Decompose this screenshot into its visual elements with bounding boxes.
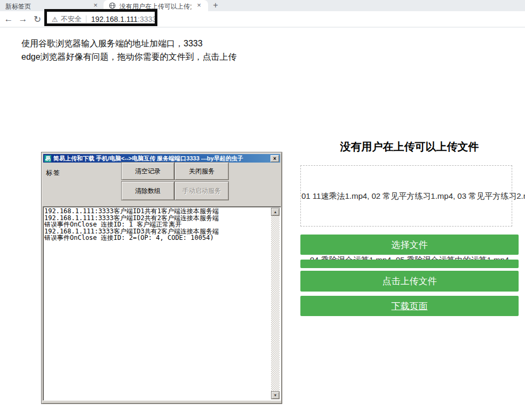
scroll-down-icon[interactable]: ▼ <box>271 391 280 399</box>
close-icon[interactable]: × <box>195 2 203 9</box>
window-title: 简易上传和下载 手机/电脑<-->电脑互传 服务端端口3333 ---by早起的… <box>53 155 271 163</box>
scroll-up-icon[interactable]: ▲ <box>271 208 280 216</box>
start-service-label: 手动启动服务 <box>182 187 221 196</box>
stop-service-label: 关闭服务 <box>189 167 214 176</box>
tag-label: 标签 <box>46 168 61 177</box>
window-titlebar[interactable]: 易 简易上传和下载 手机/电脑<-->电脑互传 服务端端口3333 ---by早… <box>43 154 280 163</box>
tab-title: 新标签页 <box>5 2 31 11</box>
choose-file-label: 选择文件 <box>392 239 428 251</box>
file-drop-zone[interactable]: 01 11速乘法1.mp4, 02 常见平方练习1.mp4, 03 常见平方练习… <box>300 165 512 227</box>
upload-file-button[interactable]: 点击上传文件 <box>300 271 519 292</box>
annotation-highlight-rect <box>44 9 157 26</box>
clear-array-button[interactable]: 清除数组 <box>121 181 174 200</box>
log-scrollbar[interactable]: ▲ ▼ <box>271 208 280 399</box>
instruction-line-1: 使用谷歌浏览器输入服务端的地址加端口，3333 <box>21 38 203 50</box>
close-icon[interactable]: × <box>92 2 99 9</box>
reload-icon[interactable]: ↻ <box>32 14 43 25</box>
instruction-line-2: edge浏览器好像有问题，拖动你需要的文件到，点击上传 <box>21 52 237 63</box>
globe-icon <box>109 2 116 9</box>
new-tab-button[interactable]: + <box>211 1 220 10</box>
progress-strip <box>300 260 519 268</box>
stop-service-button[interactable]: 关闭服务 <box>174 162 229 180</box>
download-page-link: 下载页面 <box>392 300 428 312</box>
upload-file-label: 点击上传文件 <box>383 275 437 287</box>
server-log-textarea[interactable]: 192.168.1.111:3333客户端ID1共有1客户端连接本服务端192.… <box>43 206 281 401</box>
server-app-window: 易 简易上传和下载 手机/电脑<-->电脑互传 服务端端口3333 ---by早… <box>41 152 282 404</box>
clear-records-button[interactable]: 清空记录 <box>121 162 174 180</box>
clear-records-label: 清空记录 <box>135 167 161 176</box>
window-close-icon[interactable]: × <box>271 155 279 162</box>
start-service-button-disabled: 手动启动服务 <box>174 181 229 200</box>
selected-file-list: 01 11速乘法1.mp4, 02 常见平方练习1.mp4, 03 常见平方练习… <box>301 191 525 201</box>
choose-file-button[interactable]: 选择文件 <box>300 235 519 255</box>
clear-array-label: 清除数组 <box>135 187 161 196</box>
back-icon[interactable]: ← <box>3 14 14 25</box>
app-icon: 易 <box>44 155 51 162</box>
clipped-file-list: 04 乘除混合运算1.mp4, 05 乘除混合运算中的运算1.mp4 <box>300 255 519 260</box>
upload-status-heading: 没有用户在上传可以上传文件 <box>300 140 519 154</box>
forward-icon[interactable]: → <box>18 14 28 25</box>
download-page-button[interactable]: 下载页面 <box>300 296 519 316</box>
server-log-lines: 192.168.1.111:3333客户端ID1共有1客户端连接本服务端192.… <box>44 208 271 241</box>
